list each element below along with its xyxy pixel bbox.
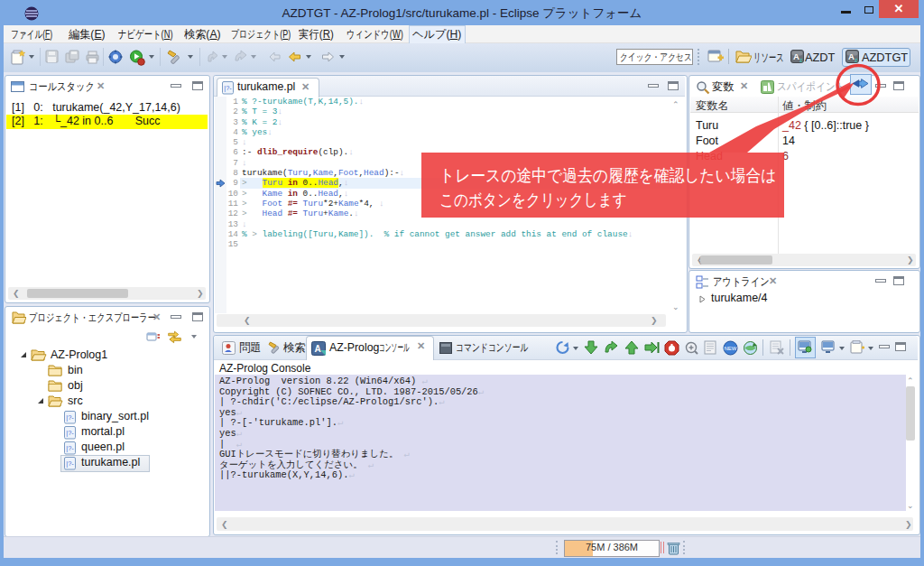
svg-text:|?-: |?- — [66, 413, 74, 422]
svg-text:|?-: |?- — [224, 84, 232, 92]
svg-text:NEW: NEW — [725, 346, 737, 351]
svg-text:|?-: |?- — [66, 459, 74, 468]
svg-text:|?-: |?- — [66, 444, 74, 452]
svg-text:A: A — [314, 344, 320, 354]
svg-text:|?-: |?- — [66, 429, 74, 437]
